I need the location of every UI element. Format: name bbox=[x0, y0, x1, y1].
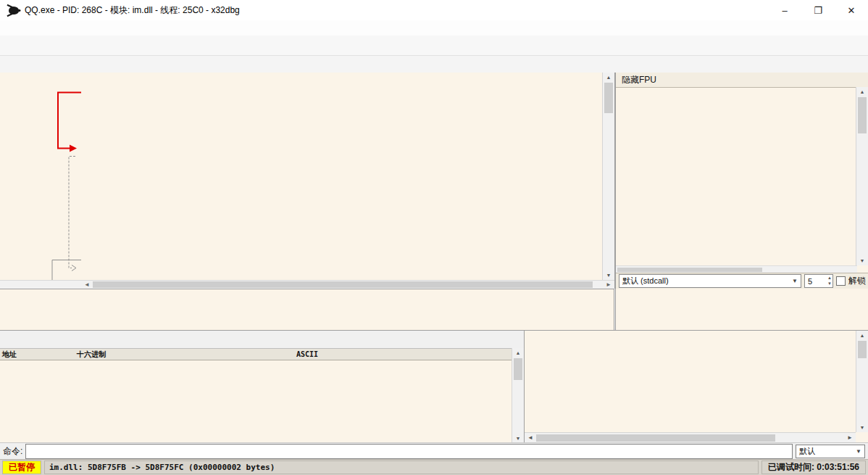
scroll-left-arrow[interactable]: ◄ bbox=[82, 281, 92, 289]
view-tab-bar bbox=[0, 56, 868, 73]
registers-vertical-scrollbar[interactable]: ▲ ▼ bbox=[856, 87, 868, 265]
chevron-down-icon: ▼ bbox=[856, 448, 861, 455]
command-input[interactable] bbox=[25, 444, 793, 459]
toolbar bbox=[0, 36, 868, 56]
minimize-button[interactable]: – bbox=[768, 0, 801, 20]
spinner-arrows[interactable]: ▲▼ bbox=[827, 275, 832, 286]
command-preset-select[interactable]: 默认▼ bbox=[796, 445, 865, 458]
scroll-right-arrow[interactable]: ► bbox=[604, 281, 614, 289]
status-message: im.dll: 5D8F75FB -> 5D8F75FC (0x00000002… bbox=[44, 460, 759, 474]
argument-depth-spinner[interactable]: 5 ▲▼ bbox=[804, 274, 833, 288]
disassembly-panel[interactable]: ◄ ► ▲ ▼ bbox=[0, 73, 615, 289]
command-row: 命令: 默认▼ bbox=[0, 442, 868, 459]
hide-fpu-button[interactable]: 隐藏FPU bbox=[622, 74, 656, 86]
bottom-dock: 地址 十六进制 ASCII ▲ ▼ ◄► ▲ ▼ bbox=[0, 330, 868, 443]
title-bar: QQ.exe - PID: 268C - 模块: im.dll - 线程: 25… bbox=[0, 0, 868, 21]
command-label: 命令: bbox=[3, 445, 22, 458]
unlock-label: 解锁 bbox=[848, 275, 866, 287]
stack-vertical-scrollbar[interactable]: ▲ ▼ bbox=[856, 331, 868, 432]
window-title: QQ.exe - PID: 268C - 模块: im.dll - 线程: 25… bbox=[25, 4, 240, 17]
stack-panel[interactable]: ◄► ▲ ▼ bbox=[525, 331, 868, 443]
disasm-horizontal-scrollbar[interactable]: ◄ ► bbox=[0, 280, 614, 289]
calling-convention-select[interactable]: 默认 (stdcall)▼ bbox=[619, 274, 801, 288]
debug-time: 已调试时间: 0:03:51:56 bbox=[761, 460, 866, 474]
stack-horizontal-scrollbar[interactable]: ◄► bbox=[525, 432, 856, 443]
instruction-info-box bbox=[0, 289, 614, 330]
memory-dump-panel[interactable]: 地址 十六进制 ASCII ▲ ▼ bbox=[0, 331, 525, 443]
menu-bar bbox=[0, 20, 868, 36]
disasm-vertical-scrollbar[interactable]: ▲ ▼ bbox=[602, 73, 614, 280]
dump-column-headers: 地址 十六进制 ASCII bbox=[0, 349, 524, 360]
chevron-down-icon: ▼ bbox=[792, 278, 798, 284]
registers-panel[interactable]: 隐藏FPU ▲ ▼ 默认 (stdcall)▼ 5 ▲▼ 解锁 bbox=[615, 73, 868, 330]
call-arguments-list[interactable] bbox=[616, 289, 868, 330]
dump-vertical-scrollbar[interactable]: ▲ ▼ bbox=[512, 348, 524, 443]
status-bar: 已暂停 im.dll: 5D8F75FB -> 5D8F75FC (0x0000… bbox=[0, 459, 868, 475]
close-button[interactable]: ✕ bbox=[835, 0, 868, 20]
memory-tab-bar bbox=[0, 331, 524, 349]
unlock-checkbox[interactable] bbox=[836, 276, 846, 286]
scrollbar-thumb[interactable] bbox=[93, 281, 593, 288]
app-icon-bug bbox=[9, 7, 19, 15]
maximize-button[interactable]: ❐ bbox=[801, 0, 835, 20]
debug-state-badge: 已暂停 bbox=[2, 460, 41, 474]
